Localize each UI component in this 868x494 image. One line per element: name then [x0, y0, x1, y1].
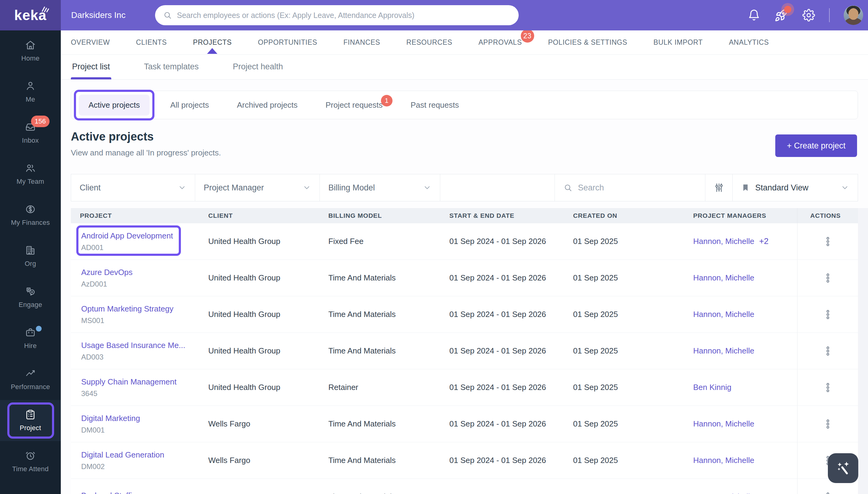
view-selector-dropdown[interactable]: Standard View — [733, 174, 858, 201]
nav-tab[interactable]: BULK IMPORT — [653, 38, 703, 46]
client-filter-dropdown[interactable]: Client — [71, 174, 195, 201]
column-header[interactable]: ACTIONS — [797, 208, 858, 223]
project-row[interactable]: Digital Marketing DM001 Wells Fargo Time… — [71, 406, 858, 442]
kebab-menu-icon[interactable] — [822, 419, 833, 430]
create-project-button[interactable]: + Create project — [775, 134, 857, 157]
sidebar-item[interactable]: Hire — [0, 318, 61, 359]
billing-model-filter-dropdown[interactable]: Billing Model — [320, 174, 440, 201]
project-link[interactable]: Usage Based Insurance Me... — [81, 341, 185, 350]
project-manager-filter-dropdown[interactable]: Project Manager — [195, 174, 320, 201]
more-managers-link[interactable]: +2 — [759, 237, 769, 246]
manager-link[interactable]: Hannon, Michelle — [693, 419, 754, 429]
nav-tab[interactable]: RESOURCES — [407, 38, 452, 46]
project-row[interactable]: Supply Chain Management 3645 United Heal… — [71, 369, 858, 406]
nav-tab[interactable]: APPROVALS 23 — [478, 38, 522, 46]
manager-link[interactable]: Hannon, Michelle — [693, 456, 754, 465]
project-filter-tab[interactable]: Archived projects — [225, 100, 310, 110]
kebab-menu-icon[interactable] — [822, 382, 833, 393]
sidebar-item-label: Org — [25, 260, 36, 268]
project-link[interactable]: Azure DevOps — [81, 268, 133, 277]
table-search[interactable] — [555, 174, 705, 201]
nav-tab[interactable]: OPPORTUNITIES — [258, 38, 317, 46]
project-code: DM001 — [81, 426, 104, 434]
project-filter-tab[interactable]: Past requests — [399, 100, 471, 110]
project-row[interactable]: Azure DevOps AzD001 United Health Group … — [71, 260, 858, 296]
sidebar-item[interactable]: Home — [0, 31, 61, 72]
project-link[interactable]: Digital Marketing — [81, 414, 140, 423]
column-header[interactable]: PROJECT MANAGERS — [684, 208, 797, 223]
project-link[interactable]: Backend Staffing — [81, 491, 141, 494]
manager-link[interactable]: Hannon, Michelle — [693, 310, 754, 319]
project-row[interactable]: Backend Staffing UCL Time And Materials … — [71, 479, 858, 494]
kebab-menu-icon[interactable] — [822, 345, 833, 357]
project-row[interactable]: Optum Marketing Strategy MS001 United He… — [71, 296, 858, 333]
sidebar-item[interactable]: My Finances — [0, 195, 61, 236]
global-search-input[interactable] — [177, 11, 511, 20]
kebab-menu-icon[interactable] — [822, 272, 833, 284]
project-link[interactable]: Digital Lead Generation — [81, 450, 164, 460]
subnav-tab[interactable]: Project health — [232, 62, 284, 79]
global-search[interactable] — [155, 5, 519, 25]
subnav-tab[interactable]: Project list — [71, 62, 111, 79]
chevron-down-icon — [841, 184, 849, 192]
nav-tab[interactable]: PROJECTS — [193, 38, 232, 46]
column-header[interactable]: CREATED ON — [564, 208, 684, 223]
manager-link[interactable]: Hannon, Michelle — [693, 237, 754, 246]
sidebar-item[interactable]: 156 Inbox — [0, 113, 61, 154]
actions-cell — [797, 333, 858, 369]
sidebar-item[interactable]: Project — [0, 400, 61, 441]
app-logo[interactable]: keka — [0, 0, 61, 31]
created-on-cell: 01 Sep 2025 — [564, 260, 684, 296]
sidebar-item[interactable]: Engage — [0, 277, 61, 318]
whats-new-button[interactable] — [774, 8, 788, 22]
project-row[interactable]: Android App Development AD001 United Hea… — [71, 223, 858, 260]
client-cell: Wells Fargo — [199, 406, 319, 442]
nav-tab[interactable]: ANALYTICS — [729, 38, 769, 46]
project-link[interactable]: Android App Development — [81, 231, 173, 241]
client-cell: United Health Group — [199, 223, 319, 260]
nav-tab[interactable]: FINANCES — [343, 38, 380, 46]
nav-tab-label: ANALYTICS — [729, 38, 769, 46]
sidebar-item[interactable]: Org — [0, 236, 61, 277]
bell-icon[interactable] — [748, 9, 761, 22]
nav-tab[interactable]: CLIENTS — [136, 38, 166, 46]
table-search-input[interactable] — [578, 183, 696, 193]
sliders-icon — [713, 182, 725, 193]
subnav-tab[interactable]: Task templates — [143, 62, 200, 79]
primary-nav: OVERVIEW CLIENTS PROJECTS OPPORTUNITIES … — [61, 31, 868, 55]
column-header[interactable]: START & END DATE — [440, 208, 564, 223]
column-header[interactable]: CLIENT — [199, 208, 319, 223]
project-code: DM002 — [81, 462, 104, 471]
project-code: AD001 — [81, 243, 103, 252]
gear-icon[interactable] — [802, 9, 815, 22]
nav-tab[interactable]: OVERVIEW — [71, 38, 110, 46]
project-link[interactable]: Supply Chain Management — [81, 377, 177, 387]
manager-link[interactable]: Hannon, Michelle — [693, 492, 754, 494]
project-row[interactable]: Digital Lead Generation DM002 Wells Farg… — [71, 442, 858, 479]
avatar[interactable] — [844, 5, 863, 25]
project-filter-tab[interactable]: Active projects — [74, 90, 155, 120]
column-header[interactable]: BILLING MODEL — [319, 208, 440, 223]
kebab-menu-icon[interactable] — [822, 492, 833, 494]
sidebar-item[interactable]: Performance — [0, 359, 61, 400]
nav-tab-label: RESOURCES — [407, 38, 452, 46]
sidebar-item[interactable]: Time Attend — [0, 441, 61, 482]
empty-filter-cell — [440, 174, 555, 201]
manager-link[interactable]: Hannon, Michelle — [693, 273, 754, 283]
project-link[interactable]: Optum Marketing Strategy — [81, 304, 173, 314]
column-header[interactable]: PROJECT — [71, 208, 199, 223]
kebab-menu-icon[interactable] — [822, 236, 833, 247]
nav-tab[interactable]: POLICIES & SETTINGS — [548, 38, 628, 46]
ai-assistant-fab[interactable] — [828, 453, 858, 483]
project-cell: Azure DevOps AzD001 — [71, 260, 199, 296]
performance-icon — [25, 368, 36, 379]
column-settings-button[interactable] — [705, 174, 733, 201]
kebab-menu-icon[interactable] — [822, 309, 833, 320]
manager-link[interactable]: Ben Kinnig — [693, 383, 731, 392]
sidebar-item[interactable]: Me — [0, 72, 61, 113]
sidebar-item[interactable]: My Team — [0, 154, 61, 195]
project-row[interactable]: Usage Based Insurance Me... AD003 United… — [71, 333, 858, 369]
project-filter-tab[interactable]: Project requests 1 — [313, 100, 395, 110]
project-filter-tab[interactable]: All projects — [158, 100, 221, 110]
manager-link[interactable]: Hannon, Michelle — [693, 346, 754, 356]
